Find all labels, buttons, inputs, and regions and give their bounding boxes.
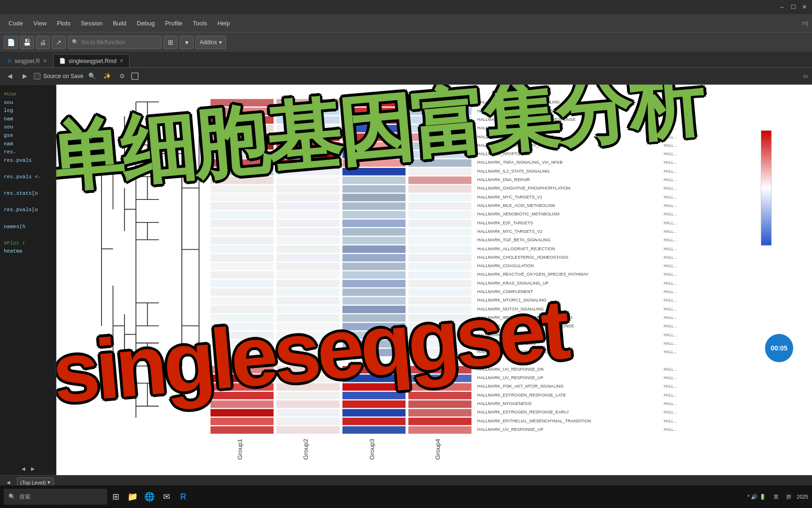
scroll-right[interactable]: ▶ <box>28 464 38 473</box>
svg-rect-48 <box>276 99 339 107</box>
menu-bar: Code View Plots Session Build Debug Prof… <box>0 14 812 32</box>
svg-text:HALL...: HALL... <box>664 375 677 380</box>
menu-plots[interactable]: Plots <box>52 18 75 29</box>
svg-rect-164 <box>276 349 339 356</box>
taskbar-icon-file-explorer[interactable]: 📁 <box>124 488 141 505</box>
nav-back-button[interactable]: ◀ <box>4 70 16 82</box>
new-file-button[interactable]: 📄 <box>4 36 18 49</box>
hallmark-label-7: HALLMARK_APOPTOSIS <box>477 151 528 156</box>
code-editor[interactable]: #Use sou log nam sou gse nam res. res.pv… <box>0 85 56 475</box>
print-button[interactable]: 🖨 <box>36 36 50 49</box>
svg-text:HALL...: HALL... <box>664 160 677 165</box>
source-on-save-checkbox[interactable] <box>34 73 40 79</box>
svg-rect-169 <box>343 366 406 373</box>
magic-wand-button[interactable]: ✨ <box>101 70 113 82</box>
hallmark-label-14: HALLMARK_XENOBIOTIC_METABOLISM <box>477 212 560 216</box>
svg-text:HALL...: HALL... <box>664 126 677 130</box>
hallmark-label-23: HALLMARK_COMPLEMENT <box>477 289 533 294</box>
hallmark-label-11: HALLMARK_OXIDATIVE_PHOSPHORYLATION <box>477 186 570 190</box>
svg-rect-145 <box>343 306 406 313</box>
grid-arrow[interactable]: ▾ <box>180 36 194 49</box>
group2-label: Group2 <box>302 439 309 460</box>
svg-rect-174 <box>408 374 471 382</box>
svg-rect-80 <box>276 168 339 175</box>
svg-rect-135 <box>211 288 273 296</box>
menu-view[interactable]: View <box>29 18 51 29</box>
code-line-5: sou <box>4 123 52 132</box>
taskbar-icon-edge[interactable]: 🌐 <box>141 488 158 505</box>
svg-rect-138 <box>408 288 471 296</box>
menu-profile[interactable]: Profile <box>160 18 187 29</box>
svg-rect-106 <box>408 220 471 227</box>
taskbar-search[interactable]: 🔍 搜索 <box>4 489 107 505</box>
tab-seqgset[interactable]: R seqgset.R ✕ <box>2 54 53 67</box>
menu-session[interactable]: Session <box>76 18 107 29</box>
close-tab-seqgset[interactable]: ✕ <box>43 58 47 64</box>
svg-rect-179 <box>211 392 273 399</box>
menu-tools[interactable]: Tools <box>188 18 211 29</box>
svg-rect-157 <box>343 332 406 339</box>
svg-rect-188 <box>276 409 339 417</box>
svg-text:HALL...: HALL... <box>664 384 677 389</box>
scroll-left[interactable]: ◀ <box>19 464 28 473</box>
svg-rect-167 <box>211 366 273 373</box>
addins-button[interactable]: Addins ▾ <box>195 36 226 49</box>
svg-text:HALL...: HALL... <box>664 341 677 346</box>
input-method-lang[interactable]: 英 <box>772 493 781 500</box>
save-button[interactable]: 💾 <box>20 36 34 49</box>
menu-code[interactable]: Code <box>4 18 28 29</box>
svg-text:HALL...: HALL... <box>664 203 677 208</box>
menu-build[interactable]: Build <box>108 18 131 29</box>
hallmark-label-34: HALLMARK_ESTROGEN_RESPONSE_LATE <box>477 393 566 397</box>
svg-text:HALL...: HALL... <box>664 427 677 432</box>
group3-label: Group3 <box>368 439 375 460</box>
maximize-button[interactable]: ☐ <box>789 3 797 11</box>
hallmark-label-35: HALLMARK_MYOGENESIS <box>477 401 532 406</box>
search-editor-button[interactable]: 🔍 <box>86 70 98 82</box>
svg-rect-151 <box>211 323 273 331</box>
svg-rect-115 <box>211 246 273 253</box>
svg-rect-102 <box>408 211 471 219</box>
svg-rect-129 <box>343 271 406 279</box>
svg-rect-100 <box>276 211 339 219</box>
svg-rect-162 <box>408 340 471 348</box>
svg-rect-168 <box>276 366 339 373</box>
svg-rect-198 <box>408 426 471 434</box>
svg-rect-69 <box>343 142 406 150</box>
svg-rect-90 <box>408 185 471 193</box>
svg-text:HALL...: HALL... <box>664 272 677 277</box>
taskbar-icon-r[interactable]: R <box>175 488 192 505</box>
project-indicator: rej <box>802 20 808 26</box>
svg-rect-183 <box>211 400 273 408</box>
share-button[interactable]: ↗ <box>52 36 66 49</box>
close-button[interactable]: ✕ <box>801 3 808 11</box>
svg-text:HALL...: HALL... <box>664 151 677 156</box>
svg-rect-109 <box>343 228 406 236</box>
taskbar-icon-mail[interactable]: ✉ <box>158 488 175 505</box>
menu-debug[interactable]: Debug <box>132 18 159 29</box>
svg-rect-77 <box>343 159 406 167</box>
taskbar-icon-windows[interactable]: ⊞ <box>107 488 124 505</box>
svg-rect-62 <box>408 125 471 132</box>
svg-rect-160 <box>276 340 339 348</box>
svg-rect-70 <box>408 142 471 150</box>
visualization-panel: Group1 Group2 Group3 Group4 HALLMARK_IL6… <box>56 85 812 475</box>
tab-singleseqgset[interactable]: 📄 singleseqgset.Rmd ✕ <box>53 54 130 67</box>
hallmark-label-5: HALLMARK_ANDROGEN_RESPONSE <box>477 135 554 139</box>
code-line-13: res.stats[o <box>4 190 52 198</box>
svg-rect-161 <box>343 340 406 348</box>
minimize-button[interactable]: – <box>778 3 786 11</box>
settings-button[interactable]: ⚙ <box>116 70 128 82</box>
grid-button[interactable]: ⊞ <box>164 36 178 49</box>
menu-help[interactable]: Help <box>213 18 235 29</box>
goto-field[interactable]: 🔍 Go to file/function <box>68 36 162 49</box>
code-line-10 <box>4 165 52 173</box>
timer-display: 00:05 <box>771 344 788 352</box>
nav-forward-button[interactable]: ▶ <box>19 70 31 82</box>
source-on-save-container[interactable]: Source on Save <box>34 73 83 79</box>
close-tab-singleseqgset[interactable]: ✕ <box>119 58 124 64</box>
input-method-ime[interactable]: 拼 <box>784 493 793 500</box>
main-content: #Use sou log nam sou gse nam res. res.pv… <box>0 85 812 475</box>
editor-toolbar: ◀ ▶ Source on Save 🔍 ✨ ⚙ lis <box>0 68 812 85</box>
svg-rect-159 <box>211 340 273 348</box>
